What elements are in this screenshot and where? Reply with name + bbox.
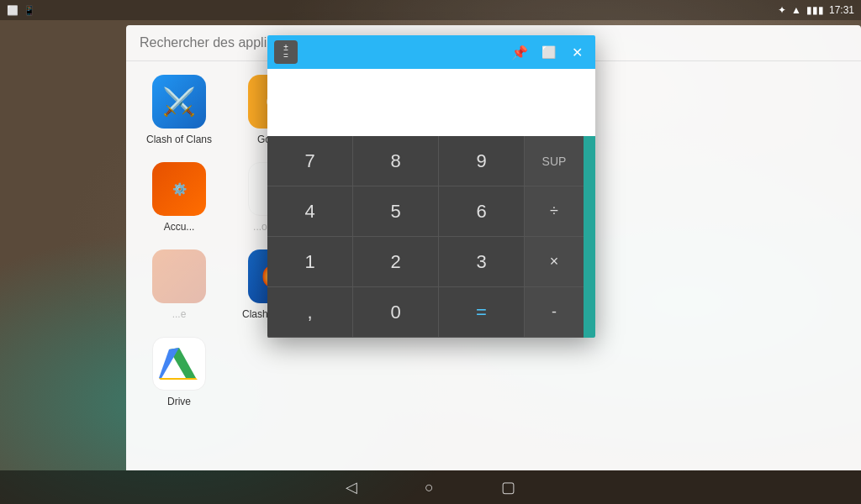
calculator-side-accent — [584, 136, 595, 338]
app-item-drive[interactable]: Drive — [133, 330, 225, 414]
calc-btn-8[interactable]: 8 — [353, 136, 439, 186]
calc-btn-divide[interactable]: ÷ — [525, 186, 584, 237]
calc-btn-9[interactable]: 9 — [439, 136, 525, 186]
app-item-clash-of-clans-1[interactable]: Clash of Clans — [133, 68, 225, 152]
calc-btn-comma[interactable]: , — [267, 287, 353, 338]
calc-btn-6[interactable]: 6 — [439, 186, 525, 237]
calc-btn-5[interactable]: 5 — [353, 186, 439, 237]
calc-minimize-button[interactable]: ⬜ — [536, 40, 560, 64]
calc-btn-0[interactable]: 0 — [353, 287, 439, 338]
status-bar: ⬜ 📱 ✦ ▲ ▮▮▮ 17:31 — [0, 0, 861, 20]
time-display: 17:31 — [829, 4, 854, 16]
home-icon: ○ — [425, 479, 434, 496]
app-label-accu: Accu... — [164, 221, 195, 233]
calc-btn-2[interactable]: 2 — [353, 237, 439, 287]
calc-btn-multiply[interactable]: × — [525, 237, 584, 287]
calculator-display — [267, 69, 595, 136]
calc-btn-minus[interactable]: - — [525, 287, 584, 338]
screenshot-icon: ⬜ — [7, 5, 18, 16]
app-label-drive: Drive — [167, 396, 191, 407]
calc-btn-4[interactable]: 4 — [267, 186, 353, 237]
pin-icon: 📌 — [511, 45, 528, 60]
app-label-partial: ...e — [172, 308, 187, 320]
bluetooth-icon: ✦ — [778, 4, 786, 16]
back-icon: ◁ — [346, 479, 357, 496]
close-icon: ✕ — [572, 45, 583, 60]
calc-btn-sup[interactable]: SUP — [525, 136, 584, 186]
calculator-numpad: 7 8 9 4 5 6 1 2 3 , 0 = — [267, 136, 525, 338]
battery-icon: ▮▮▮ — [806, 4, 824, 16]
calc-close-button[interactable]: ✕ — [565, 40, 589, 64]
status-left: ⬜ 📱 — [7, 5, 35, 16]
svg-marker-3 — [159, 378, 198, 380]
calc-btn-equals[interactable]: = — [439, 287, 525, 338]
app-icon-coc1 — [152, 75, 206, 129]
app-icon-drive — [152, 337, 206, 391]
navigation-bar: ◁ ○ ▢ — [0, 470, 861, 504]
calc-btn-7[interactable]: 7 — [267, 136, 353, 186]
drive-svg — [159, 346, 199, 381]
app-item-partial[interactable]: ...e — [133, 243, 225, 327]
calc-app-icon: ±= — [274, 40, 298, 64]
status-right: ✦ ▲ ▮▮▮ 17:31 — [778, 4, 854, 16]
app-icon-partial — [152, 249, 206, 303]
home-button[interactable]: ○ — [425, 479, 434, 496]
back-button[interactable]: ◁ — [346, 478, 357, 496]
calc-pin-button[interactable]: 📌 — [508, 40, 531, 64]
calculator-window: ±= 📌 ⬜ ✕ 7 8 9 4 5 6 1 2 3 , 0 = — [267, 35, 595, 338]
recents-icon: ▢ — [501, 479, 515, 496]
minimize-icon: ⬜ — [541, 45, 556, 59]
calc-btn-3[interactable]: 3 — [439, 237, 525, 287]
app-item-accuweather[interactable]: ⚙️ Accu... — [133, 155, 225, 239]
app-icon-accuweather: ⚙️ — [152, 162, 206, 216]
app-label-coc1: Clash of Clans — [146, 134, 212, 145]
cast-icon: 📱 — [24, 5, 35, 16]
calculator-body: 7 8 9 4 5 6 1 2 3 , 0 = SUP ÷ × - — [267, 136, 595, 338]
recents-button[interactable]: ▢ — [501, 478, 515, 496]
svg-marker-2 — [159, 348, 179, 380]
wifi-icon: ▲ — [791, 4, 801, 16]
calculator-ops: SUP ÷ × - — [525, 136, 584, 338]
calc-btn-1[interactable]: 1 — [267, 237, 353, 287]
calculator-titlebar: ±= 📌 ⬜ ✕ — [267, 35, 595, 69]
